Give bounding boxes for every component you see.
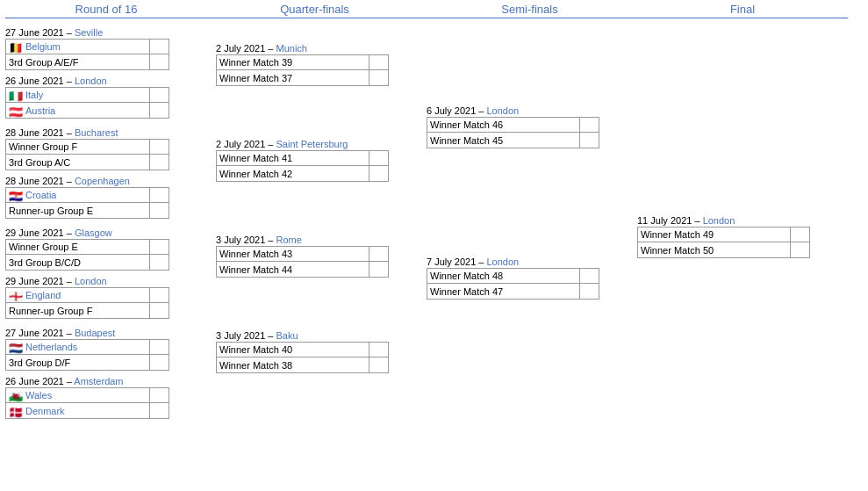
r16-match-4: 28 June 2021 – Copenhagen 🇭🇷Croatia Runn… [5, 176, 207, 219]
r16-m1-score1 [150, 39, 169, 54]
qf-match-4: 3 July 2021 – Baku Winner Match 40 Winne… [216, 330, 427, 373]
r16-m1-team1: 🇧🇪Belgium [5, 39, 150, 54]
sf-m2-score2 [580, 284, 599, 300]
r16-m7-score2 [150, 355, 169, 371]
r16-m2-team1: 🇮🇹Italy [5, 87, 150, 103]
r16-match-2: 26 June 2021 – London 🇮🇹Italy 🇦🇹Austria [5, 76, 207, 119]
qf-m1-score2 [369, 70, 389, 86]
qf-match-3: 3 July 2021 – Rome Winner Match 43 Winne… [216, 235, 427, 278]
qf-m1-team1: Winner Match 39 [216, 54, 369, 70]
r16-column: 27 June 2021 – Seville 🇧🇪Belgium 3rd Gro… [5, 22, 207, 419]
r16-header: Round of 16 [5, 3, 207, 18]
r16-m2-team2: 🇦🇹Austria [5, 103, 150, 119]
r16-m3-team2: 3rd Group A/C [5, 155, 150, 170]
r16-m5-score2 [150, 255, 169, 271]
r16-m7-team1: 🇳🇱Netherlands [5, 339, 150, 355]
sf-match-1: 6 July 2021 – London Winner Match 46 Win… [427, 105, 637, 148]
r16-match-3: 28 June 2021 – Bucharest Winner Group F … [5, 127, 207, 170]
r16-match-1: 27 June 2021 – Seville 🇧🇪Belgium 3rd Gro… [5, 27, 207, 70]
qf-m4-score2 [369, 357, 389, 373]
r16-m1-score2 [150, 54, 169, 70]
qf-header: Quarter-finals [207, 3, 422, 18]
r16-m2-score1 [150, 87, 169, 103]
final-team2: Winner Match 50 [637, 242, 791, 258]
qf-m2-team1: Winner Match 41 [216, 150, 369, 166]
r16-m7-score1 [150, 339, 169, 355]
qf-m3-team1: Winner Match 43 [216, 246, 369, 262]
qf-m2-score1 [369, 150, 389, 166]
final-score1 [791, 227, 810, 242]
sf-m2-score1 [580, 268, 599, 284]
qf-m1-score1 [369, 54, 389, 70]
r16-m3-score1 [150, 139, 169, 155]
qf-m1-team2: Winner Match 37 [216, 70, 369, 86]
sf-m2-team1: Winner Match 48 [427, 268, 580, 284]
sf-m1-score1 [580, 117, 599, 133]
r16-m5-team2: 3rd Group B/C/D [5, 255, 150, 271]
r16-match-8: 26 June 2021 – Amsterdam 🏴󠁧󠁢󠁷󠁬󠁳󠁿Wales 🇩🇰… [5, 376, 207, 419]
r16-m2-score2 [150, 103, 169, 119]
r16-m4-score2 [150, 203, 169, 219]
r16-m6-team2: Runner-up Group F [5, 303, 150, 319]
qf-m2-team2: Winner Match 42 [216, 166, 369, 182]
qf-m4-score1 [369, 342, 389, 357]
r16-match-5: 29 June 2021 – Glasgow Winner Group E 3r… [5, 227, 207, 271]
sf-m2-team2: Winner Match 47 [427, 284, 580, 300]
final-team1: Winner Match 49 [637, 227, 791, 242]
fin-header: Final [637, 3, 848, 18]
r16-m3-team1: Winner Group F [5, 139, 150, 155]
qf-m3-team2: Winner Match 44 [216, 262, 369, 278]
qf-m2-score2 [369, 166, 389, 182]
sf-match-2: 7 July 2021 – London Winner Match 48 Win… [427, 256, 637, 300]
r16-m8-team2: 🇩🇰Denmark [5, 403, 150, 419]
qf-match-2: 2 July 2021 – Saint Petersburg Winner Ma… [216, 139, 427, 182]
qf-m3-score2 [369, 262, 389, 278]
r16-match-6: 29 June 2021 – London 🏴󠁧󠁢󠁥󠁮󠁧󠁿England Run… [5, 276, 207, 319]
final-column: 11 July 2021 – London Winner Match 49 Wi… [637, 22, 848, 419]
sf-m1-team1: Winner Match 46 [427, 117, 580, 133]
sf-m1-team2: Winner Match 45 [427, 133, 580, 148]
sf-m1-score2 [580, 133, 599, 148]
qf-m3-score1 [369, 246, 389, 262]
r16-m5-score1 [150, 239, 169, 255]
r16-m7-team2: 3rd Group D/F [5, 355, 150, 371]
final-score2 [791, 242, 810, 258]
sf-header: Semi-finals [422, 3, 637, 18]
r16-m4-team1: 🇭🇷Croatia [5, 187, 150, 203]
qf-match-1: 2 July 2021 – Munich Winner Match 39 Win… [216, 43, 427, 86]
r16-m3-score2 [150, 155, 169, 170]
r16-m8-score2 [150, 403, 169, 419]
bracket-wrapper: Round of 16 Quarter-finals Semi-finals F… [0, 0, 868, 474]
sf-column: 6 July 2021 – London Winner Match 46 Win… [427, 22, 637, 419]
qf-m4-team1: Winner Match 40 [216, 342, 369, 357]
final-match: 11 July 2021 – London Winner Match 49 Wi… [637, 215, 848, 258]
r16-m8-score1 [150, 387, 169, 403]
r16-match-7: 27 June 2021 – Budapest 🇳🇱Netherlands 3r… [5, 328, 207, 371]
r16-m8-team1: 🏴󠁧󠁢󠁷󠁬󠁳󠁿Wales [5, 387, 150, 403]
r16-m1-team2: 3rd Group A/E/F [5, 54, 150, 70]
r16-m4-score1 [150, 187, 169, 203]
r16-m6-score1 [150, 287, 169, 303]
r16-m4-team2: Runner-up Group E [5, 203, 150, 219]
r16-m6-score2 [150, 303, 169, 319]
qf-column: 2 July 2021 – Munich Winner Match 39 Win… [216, 22, 427, 419]
r16-m6-team1: 🏴󠁧󠁢󠁥󠁮󠁧󠁿England [5, 287, 150, 303]
r16-m5-team1: Winner Group E [5, 239, 150, 255]
qf-m4-team2: Winner Match 38 [216, 357, 369, 373]
connector-r16-qf [207, 22, 216, 419]
